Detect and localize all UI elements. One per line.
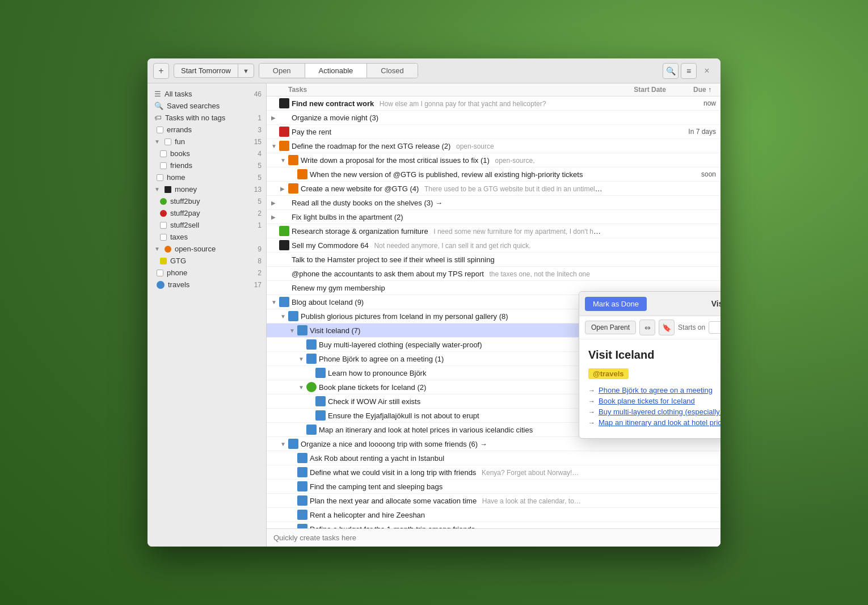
list-item[interactable]: → Map an itinerary and look at hotel pri…	[588, 418, 720, 427]
money-collapse-arrow[interactable]: ▼	[154, 186, 160, 192]
title-bar: + Start Tomorrow ▼ Open Actionable Close…	[148, 58, 720, 83]
sidebar-item-money[interactable]: ▼ money 13	[148, 183, 266, 195]
expand-icon[interactable]: ▼	[271, 143, 279, 149]
detail-body: Visit Iceland @travels → Phone Björk to …	[579, 339, 720, 438]
sidebar-item-travels[interactable]: travels 17	[148, 279, 266, 291]
tag-color-friends	[160, 162, 167, 169]
table-row[interactable]: Pay the rent In 7 days	[267, 125, 720, 139]
table-row[interactable]: ▼ Write down a proposal for the most cri…	[267, 153, 720, 167]
header-due[interactable]: Due ↑	[671, 86, 716, 94]
table-row[interactable]: Define a budget for the 1-month trip amo…	[267, 522, 720, 528]
subtask-arrow-icon: →	[588, 419, 595, 427]
table-row[interactable]: Sell my Commodore 64 Not needed anymore,…	[267, 238, 720, 253]
tag-color-errands	[157, 127, 163, 133]
table-row[interactable]: ▶ Organize a movie night (3)	[267, 111, 720, 125]
table-row[interactable]: ▼ Define the roadmap for the next GTG re…	[267, 139, 720, 153]
sidebar-item-stuff2pay[interactable]: stuff2pay 2	[148, 207, 266, 219]
sidebar-item-phone[interactable]: phone 2	[148, 267, 266, 279]
tag-color-stuff2sell	[160, 222, 167, 229]
quick-create-input[interactable]	[273, 533, 714, 542]
list-item[interactable]: → Phone Björk to agree on a meeting	[588, 386, 720, 394]
tab-open[interactable]: Open	[259, 64, 305, 78]
task-status-icon	[279, 98, 289, 108]
close-button[interactable]: ×	[699, 63, 715, 79]
tab-closed[interactable]: Closed	[367, 64, 417, 78]
title-dropdown-arrow[interactable]: ▼	[238, 65, 254, 77]
header-tasks: Tasks	[271, 86, 602, 94]
sidebar-item-books[interactable]: books 4	[148, 148, 266, 159]
table-row[interactable]: When the new version of @GTG is publishe…	[267, 167, 720, 182]
expand-icon[interactable]: ▼	[298, 356, 306, 362]
expand-icon[interactable]: ▶	[271, 200, 279, 206]
table-row[interactable]: Find the camping tent and sleeping bags	[267, 480, 720, 494]
task-status-icon	[279, 141, 289, 151]
tag-badge[interactable]: @travels	[588, 368, 629, 379]
sidebar-item-open-source[interactable]: ▼ open-source 9	[148, 243, 266, 255]
sidebar-item-all-tasks[interactable]: ☰ All tasks 46	[148, 88, 266, 100]
expand-icon[interactable]: ▶	[280, 186, 288, 192]
sidebar-item-saved-searches[interactable]: 🔍 Saved searches	[148, 100, 266, 112]
expand-icon[interactable]: ▶	[271, 214, 279, 220]
table-row[interactable]: Rent a helicopter and hire Zeeshan	[267, 508, 720, 522]
table-row[interactable]: ▶ Read all the dusty books on the shelve…	[267, 196, 720, 210]
sidebar-item-taxes[interactable]: taxes	[148, 231, 266, 243]
tab-actionable[interactable]: Actionable	[305, 64, 368, 78]
open-source-collapse-arrow[interactable]: ▼	[154, 246, 160, 252]
menu-button[interactable]: ≡	[681, 63, 697, 79]
table-row[interactable]: ▶ Fix light bulbs in the apartment (2)	[267, 210, 720, 224]
expand-icon[interactable]: ▼	[280, 313, 288, 320]
detail-panel-title: Visit Iceland	[651, 299, 720, 308]
fun-collapse-arrow[interactable]: ▼	[154, 138, 160, 145]
saved-searches-icon: 🔍	[154, 102, 163, 110]
header-start-date[interactable]: Start Date	[602, 86, 671, 94]
sidebar-item-friends[interactable]: friends 5	[148, 159, 266, 171]
tag-color-stuff2pay	[160, 210, 167, 217]
table-row[interactable]: Find new contract work How else am I gon…	[267, 96, 720, 111]
expand-icon[interactable]: ▶	[271, 115, 279, 121]
starts-on-input[interactable]	[709, 321, 720, 334]
sidebar-item-fun[interactable]: ▼ fun 15	[148, 136, 266, 148]
subtask-link[interactable]: Buy multi-layered clothing (especially w…	[599, 407, 720, 416]
tag-color-books	[160, 150, 167, 157]
table-row[interactable]: Ask Rob about renting a yacht in Istanbu…	[267, 451, 720, 465]
task-status-icon	[297, 467, 307, 477]
starts-on-label: Starts on	[678, 323, 705, 331]
sidebar-item-gtg[interactable]: GTG 8	[148, 255, 266, 267]
table-row[interactable]: Plan the next year and allocate some vac…	[267, 494, 720, 508]
table-row[interactable]: Research storage & organization furnitur…	[267, 224, 720, 238]
task-status-icon	[297, 481, 307, 491]
expand-icon[interactable]: ▼	[298, 384, 306, 390]
table-row[interactable]: Talk to the Hamster project to see if th…	[267, 253, 720, 267]
open-parent-button[interactable]: Open Parent	[585, 321, 636, 334]
detail-settings-icon[interactable]: ⇔	[639, 320, 655, 335]
subtask-arrow-icon: →	[588, 397, 595, 405]
table-row[interactable]: ▼ Organize a nice and loooong trip with …	[267, 437, 720, 451]
table-row[interactable]: Define what we could visit in a long tri…	[267, 465, 720, 480]
subtask-link[interactable]: Map an itinerary and look at hotel price…	[599, 418, 720, 427]
task-status-icon	[315, 396, 326, 406]
expand-icon[interactable]: ▼	[280, 441, 288, 447]
sidebar-item-stuff2buy[interactable]: stuff2buy 5	[148, 195, 266, 207]
expand-icon[interactable]: ▼	[289, 327, 297, 334]
task-status-icon	[288, 439, 298, 449]
sidebar-item-errands[interactable]: errands 3	[148, 124, 266, 136]
detail-bookmark-icon[interactable]: 🔖	[659, 320, 675, 335]
list-item[interactable]: → Buy multi-layered clothing (especially…	[588, 407, 720, 416]
subtask-link[interactable]: Phone Björk to agree on a meeting	[599, 386, 713, 394]
task-status-icon	[279, 297, 289, 307]
sidebar-item-no-tags[interactable]: 🏷 Tasks with no tags 1	[148, 112, 266, 124]
table-row[interactable]: @phone the accountants to ask them about…	[267, 267, 720, 281]
task-status-icon	[288, 183, 298, 194]
sidebar-item-home[interactable]: home 5	[148, 171, 266, 183]
expand-icon[interactable]: ▼	[280, 157, 288, 163]
mark-as-done-button[interactable]: Mark as Done	[585, 297, 647, 311]
search-button[interactable]: 🔍	[663, 63, 679, 79]
task-status-icon	[297, 495, 307, 506]
expand-icon[interactable]: ▼	[271, 299, 279, 305]
list-item[interactable]: → Book plane tickets for Iceland	[588, 397, 720, 405]
sidebar-item-stuff2sell[interactable]: stuff2sell 1	[148, 219, 266, 231]
subtask-link[interactable]: Book plane tickets for Iceland	[599, 397, 695, 405]
task-status-icon	[279, 254, 289, 264]
table-row[interactable]: ▶ Create a new website for @GTG (4) Ther…	[267, 182, 720, 196]
add-task-button[interactable]: +	[153, 63, 169, 79]
